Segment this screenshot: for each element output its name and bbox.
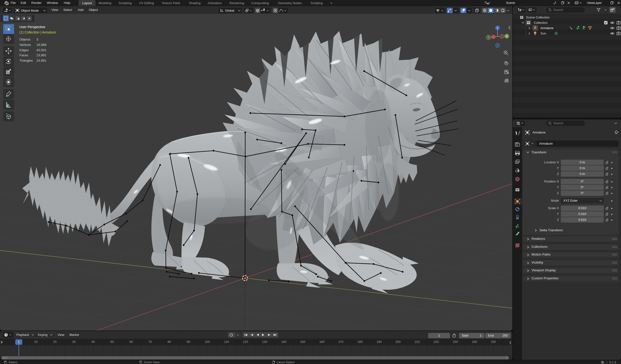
svg-text:X: X <box>506 35 508 38</box>
svg-text:Z: Z <box>497 27 498 29</box>
svg-text:Y: Y <box>488 36 489 39</box>
